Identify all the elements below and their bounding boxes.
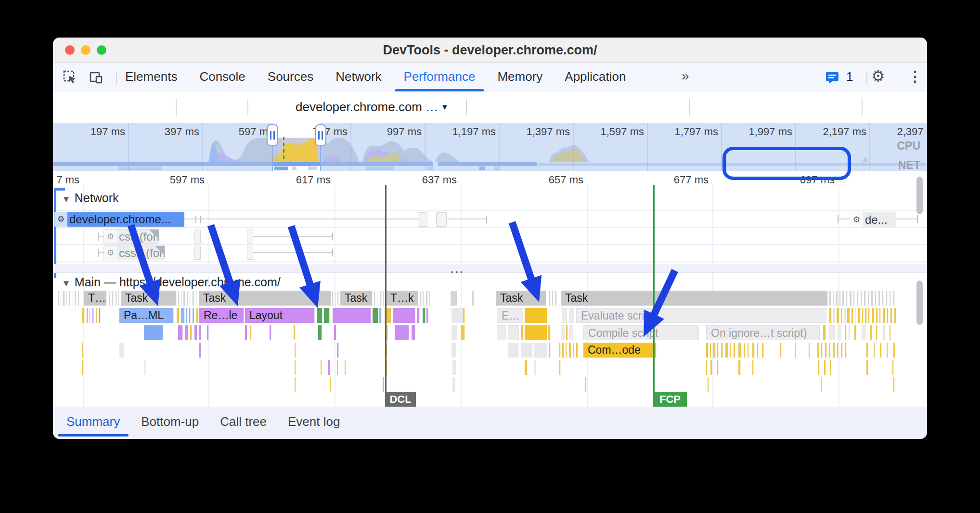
dropdown-caret-icon[interactable]: ▼ xyxy=(441,103,449,112)
flame-event-sliver[interactable] xyxy=(823,325,826,340)
flame-event-sliver[interactable] xyxy=(883,308,886,323)
flame-event-bar[interactable]: Compile script xyxy=(583,325,699,340)
flame-event-sliver[interactable] xyxy=(710,343,711,358)
flame-event-sliver[interactable] xyxy=(58,291,59,306)
flame-event-sliver[interactable] xyxy=(555,291,557,306)
flame-event-sliver[interactable] xyxy=(836,291,838,306)
flame-event-sliver[interactable] xyxy=(294,325,296,340)
flame-event-sliver[interactable] xyxy=(451,343,456,358)
flame-event-sliver[interactable] xyxy=(871,291,874,306)
flame-event-sliver[interactable] xyxy=(451,325,457,340)
flame-event-sliver[interactable] xyxy=(710,360,712,375)
flame-event-sliver[interactable] xyxy=(833,308,835,323)
flame-event-sliver[interactable] xyxy=(508,343,519,358)
flame-event-sliver[interactable] xyxy=(866,343,868,358)
flame-event-sliver[interactable] xyxy=(295,360,296,375)
flame-event-sliver[interactable] xyxy=(549,343,551,358)
flame-event-sliver[interactable] xyxy=(194,325,197,340)
flame-event-sliver[interactable] xyxy=(463,308,465,323)
flame-event-sliver[interactable] xyxy=(866,360,868,375)
flame-event-sliver[interactable] xyxy=(451,291,457,306)
network-request-bar[interactable]: ⚙css (fonts.... xyxy=(103,229,159,244)
flame-event-sliver[interactable] xyxy=(830,360,831,375)
flame-event-sliver[interactable] xyxy=(559,360,561,375)
flame-event-sliver[interactable] xyxy=(295,343,296,358)
flame-event-bar[interactable]: T… xyxy=(84,291,107,306)
flame-event-sliver[interactable] xyxy=(829,291,831,306)
flame-event-sliver[interactable] xyxy=(395,325,409,340)
flame-event-sliver[interactable] xyxy=(116,291,117,306)
flame-event-bar[interactable]: Task xyxy=(561,291,828,306)
flame-event-sliver[interactable] xyxy=(178,325,183,340)
flame-event-sliver[interactable] xyxy=(75,291,77,306)
flame-event-sliver[interactable] xyxy=(748,343,749,358)
flame-event-sliver[interactable] xyxy=(393,308,415,323)
flame-event-sliver[interactable] xyxy=(892,360,894,375)
flame-event-sliver[interactable] xyxy=(324,308,330,323)
flame-event-sliver[interactable] xyxy=(193,308,194,323)
flame-event-bar[interactable]: T…k xyxy=(386,291,418,306)
flame-event-sliver[interactable] xyxy=(780,343,782,358)
flame-event-sliver[interactable] xyxy=(569,308,574,323)
bottom-tab-event-log[interactable]: Event log xyxy=(277,407,350,439)
flame-event-sliver[interactable] xyxy=(738,343,742,358)
flame-chart[interactable]: ▼Network … ▼Main — https://developer.chr… xyxy=(53,171,927,407)
flame-event-sliver[interactable] xyxy=(118,291,119,306)
flame-event-sliver[interactable] xyxy=(521,325,524,340)
flame-event-sliver[interactable] xyxy=(383,377,384,392)
flame-event-sliver[interactable] xyxy=(193,291,194,306)
flame-event-sliver[interactable] xyxy=(569,343,571,358)
flame-event-sliver[interactable] xyxy=(757,343,759,358)
flame-event-sliver[interactable] xyxy=(334,325,336,340)
flame-event-sliver[interactable] xyxy=(886,291,888,306)
issues-icon[interactable] xyxy=(825,71,841,84)
flame-event-sliver[interactable] xyxy=(66,291,67,306)
flame-event-sliver[interactable] xyxy=(87,308,88,323)
flame-event-sliver[interactable] xyxy=(374,291,375,306)
flame-event-sliver[interactable] xyxy=(337,360,338,375)
flame-event-sliver[interactable] xyxy=(380,291,382,306)
flame-event-sliver[interactable] xyxy=(109,291,110,306)
flame-event-sliver[interactable] xyxy=(846,291,848,306)
flame-event-sliver[interactable] xyxy=(855,308,856,323)
flame-event-sliver[interactable] xyxy=(872,308,875,323)
tab-console[interactable]: Console xyxy=(188,63,256,91)
flame-event-sliver[interactable] xyxy=(417,308,420,323)
flame-event-sliver[interactable] xyxy=(452,377,455,392)
flame-event-sliver[interactable] xyxy=(706,343,709,358)
flame-event-sliver[interactable] xyxy=(452,360,456,375)
flame-event-sliver[interactable] xyxy=(887,308,889,323)
flame-event-sliver[interactable] xyxy=(585,377,586,392)
flame-event-sliver[interactable] xyxy=(721,343,723,358)
selection-handle-right[interactable] xyxy=(315,124,326,146)
flame-event-sliver[interactable] xyxy=(423,291,424,306)
flame-event-sliver[interactable] xyxy=(887,343,888,358)
more-tabs-icon[interactable]: » xyxy=(682,63,689,90)
flame-event-sliver[interactable] xyxy=(838,325,841,340)
flame-event-sliver[interactable] xyxy=(893,377,895,392)
flame-event-sliver[interactable] xyxy=(82,308,85,323)
flame-event-sliver[interactable] xyxy=(96,308,97,323)
flame-event-sliver[interactable] xyxy=(878,291,880,306)
flame-event-sliver[interactable] xyxy=(412,325,415,340)
flame-event-sliver[interactable] xyxy=(851,308,853,323)
flame-event-sliver[interactable] xyxy=(429,291,430,306)
flame-event-bar[interactable]: Re…le xyxy=(199,308,244,323)
bottom-tab-bottom-up[interactable]: Bottom-up xyxy=(130,407,209,439)
flame-event-sliver[interactable] xyxy=(837,343,838,358)
flame-event-sliver[interactable] xyxy=(738,360,741,375)
flame-event-sliver[interactable] xyxy=(426,308,428,323)
flame-event-sliver[interactable] xyxy=(321,360,322,375)
network-request-bar[interactable]: ⚙developer.chrome... xyxy=(54,212,184,227)
flame-event-sliver[interactable] xyxy=(824,360,826,375)
flame-event-sliver[interactable] xyxy=(345,360,346,375)
flame-event-sliver[interactable] xyxy=(706,360,708,375)
flame-event-sliver[interactable] xyxy=(717,343,719,358)
flame-event-sliver[interactable] xyxy=(829,343,830,358)
flame-event-sliver[interactable] xyxy=(451,308,464,323)
flame-event-bar[interactable]: Pa…ML xyxy=(119,308,174,323)
bottom-tab-call-tree[interactable]: Call tree xyxy=(209,407,277,439)
flame-event-sliver[interactable] xyxy=(890,308,892,323)
flame-event-sliver[interactable] xyxy=(63,291,65,306)
flame-event-sliver[interactable] xyxy=(245,325,247,340)
